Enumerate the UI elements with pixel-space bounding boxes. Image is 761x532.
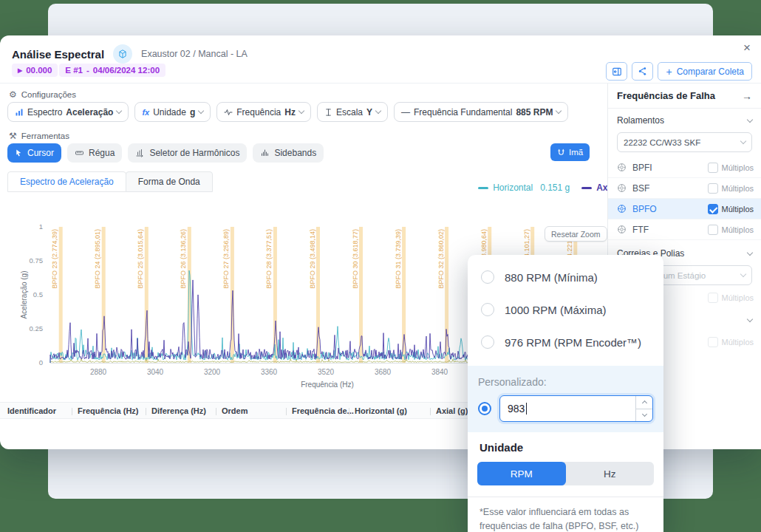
chevron-down-icon: [747, 316, 753, 321]
spectrum-type-dropdown[interactable]: EspectroAceleração: [7, 102, 129, 122]
gear-icon: ⚙: [9, 89, 17, 100]
ruler-tool-button[interactable]: Régua: [67, 143, 122, 163]
time-badge[interactable]: ▶00.000: [12, 64, 58, 77]
radio-selected-icon[interactable]: [478, 402, 491, 415]
svg-text:BPFO 31 (3.739,39): BPFO 31 (3.739,39): [395, 229, 402, 289]
unit-title: Unidade: [477, 441, 654, 454]
share-button[interactable]: [632, 62, 653, 81]
number-spinner: [635, 396, 652, 421]
svg-text:BPFO 24 (2.895,01): BPFO 24 (2.895,01): [94, 229, 101, 289]
collection-badge[interactable]: E #1-04/06/2024 12:00: [59, 64, 165, 77]
sidebands-tool-button[interactable]: Sidebands: [253, 143, 324, 163]
tools-buttons: Cursor Régua Seletor de Harmônicos Sideb…: [7, 143, 324, 163]
spinner-down-button[interactable]: [636, 409, 652, 422]
svg-text:BPFO 27 (3.256,89): BPFO 27 (3.256,89): [222, 229, 230, 289]
svg-text:0.75: 0.75: [30, 256, 44, 265]
fault-row-bsf[interactable]: BSF Múltiplos: [608, 178, 761, 199]
bearing-icon: [617, 163, 627, 172]
bearings-section-header[interactable]: Rolamentos: [608, 110, 761, 131]
unit-rpm-button[interactable]: RPM: [477, 462, 566, 485]
svg-text:BPFO 23 (2.774,39): BPFO 23 (2.774,39): [51, 229, 58, 289]
multiples-checkbox[interactable]: [708, 163, 718, 173]
chevron-down-icon: [375, 108, 381, 114]
fundamental-frequency-dropdown[interactable]: — Frequência Fundamental885 RPM: [394, 102, 568, 122]
radio-icon[interactable]: [481, 303, 494, 316]
svg-text:3680: 3680: [375, 368, 392, 376]
modal-header: Análise Espectral Exaustor 02 / Mancal -…: [12, 44, 248, 64]
chart-tabs: Espectro de Aceleração Forma de Onda: [7, 171, 213, 192]
unit-block: Unidade RPM Hz: [468, 432, 663, 485]
radio-icon[interactable]: [481, 335, 494, 349]
arrow-right-icon[interactable]: →: [742, 90, 752, 102]
svg-text:BPFO 32 (3.860,02): BPFO 32 (3.860,02): [437, 229, 445, 289]
sidebar-header: Frequências de Falha →: [608, 83, 761, 109]
column-ordem: Ordem: [222, 406, 248, 415]
tab-forma-de-onda[interactable]: Forma de Onda: [126, 171, 213, 192]
rpm-option-encoder[interactable]: 976 RPM (RPM Encoder™): [468, 326, 663, 358]
chevron-down-icon: [747, 116, 753, 122]
svg-text:BPFO 30 (3.618,77): BPFO 30 (3.618,77): [352, 229, 359, 289]
radio-icon[interactable]: [481, 270, 494, 284]
fault-row-bpfo[interactable]: BPFO Múltiplos: [608, 199, 761, 219]
play-icon: ▶: [18, 67, 22, 74]
chevron-up-icon: [641, 400, 646, 406]
reset-zoom-button[interactable]: Resetar Zoom: [545, 226, 607, 242]
chevron-down-icon: [641, 412, 646, 417]
unit-hz-button[interactable]: Hz: [566, 462, 655, 485]
rpm-option-minima[interactable]: 880 RPM (Mínima): [468, 261, 663, 293]
bearing-model-dropdown[interactable]: 22232 CC/W33 SKF: [617, 132, 752, 152]
multiples-checkbox[interactable]: [708, 183, 718, 194]
panel-toggle-button[interactable]: [606, 62, 627, 81]
cursor-icon: [15, 149, 23, 157]
unit-dropdown[interactable]: fx Unidadeg: [134, 102, 211, 122]
magnet-button[interactable]: Imã: [550, 143, 590, 161]
page-title: Análise Espectral: [12, 48, 104, 61]
svg-text:0.5: 0.5: [33, 290, 43, 299]
legend-dash-icon: [478, 187, 488, 189]
chevron-down-icon: [116, 108, 122, 114]
cursor-tool-button[interactable]: Cursor: [7, 143, 61, 163]
custom-rpm-block: Personalizado: 983: [468, 366, 663, 432]
harmonics-selector-button[interactable]: Seletor de Harmônicos: [128, 143, 247, 163]
share-icon: [638, 66, 647, 76]
fault-row-ftf[interactable]: FTF Múltiplos: [608, 219, 761, 240]
svg-text:Aceleração (g): Aceleração (g): [20, 270, 28, 318]
svg-text:1: 1: [39, 222, 43, 231]
tools-icon: ⚒: [9, 131, 17, 141]
scale-y-dropdown[interactable]: EscalaY: [317, 102, 388, 122]
custom-rpm-input[interactable]: 983: [499, 395, 653, 422]
close-icon[interactable]: ×: [743, 41, 751, 54]
multiples-checkbox[interactable]: [708, 225, 718, 235]
config-buttons: EspectroAceleração fx Unidadeg Frequênci…: [7, 102, 568, 122]
chevron-down-icon: [747, 249, 753, 255]
bearing-icon: [617, 183, 627, 193]
multiples-checkbox-checked[interactable]: [708, 204, 718, 214]
unit-segmented-control: RPM Hz: [477, 462, 654, 485]
magnet-icon: [557, 149, 565, 157]
sidebands-icon: [260, 149, 270, 157]
column-axial: Axial (g): [436, 406, 468, 415]
harmonics-icon: [135, 149, 145, 157]
fault-row-bpfi[interactable]: BPFI Múltiplos: [608, 157, 761, 178]
pulse-icon: [224, 108, 233, 117]
ruler-icon: [75, 149, 84, 157]
compare-collection-button[interactable]: + Comparar Coleta: [658, 62, 752, 81]
legend-horizontal[interactable]: Horizontal0.151 g: [478, 183, 570, 193]
collection-badges: ▶00.000 E #1-04/06/2024 12:00: [12, 64, 165, 77]
tab-espectro-aceleracao[interactable]: Espectro de Aceleração: [7, 171, 126, 192]
custom-rpm-label: Personalizado:: [478, 376, 653, 388]
chevron-down-icon: [740, 138, 746, 144]
svg-text:3360: 3360: [261, 368, 278, 376]
sidebar-title: Frequências de Falha: [617, 90, 715, 101]
rpm-option-maxima[interactable]: 1000 RPM (Máxima): [468, 293, 663, 326]
chevron-down-icon: [298, 108, 304, 114]
header-actions: + Comparar Coleta: [606, 62, 752, 81]
rpm-selection-popup: 880 RPM (Mínima) 1000 RPM (Máxima) 976 R…: [468, 255, 663, 532]
dash-icon: —: [401, 107, 410, 117]
spinner-up-button[interactable]: [636, 396, 652, 409]
frequency-unit-dropdown[interactable]: FrequênciaHz: [216, 102, 311, 122]
svg-text:Frequência (Hz): Frequência (Hz): [301, 381, 354, 389]
multiples-checkbox[interactable]: [708, 337, 718, 347]
multiples-checkbox[interactable]: [708, 293, 718, 303]
breadcrumb: Exaustor 02 / Mancal - LA: [141, 49, 248, 59]
